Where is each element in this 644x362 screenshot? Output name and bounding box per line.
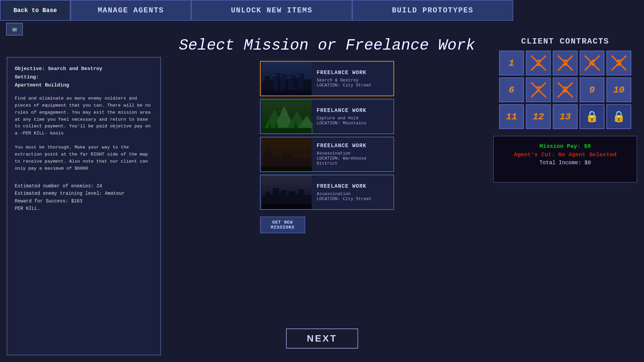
- mission-location-2: LOCATION: Mountains: [317, 121, 366, 126]
- mission-stats: Estimated number of enemies: 24 Estimate…: [15, 182, 153, 213]
- objective-title: Objective: Search and Destroy: [15, 65, 153, 73]
- contract-item-12[interactable]: 12: [526, 104, 551, 129]
- svg-rect-36: [262, 167, 312, 171]
- mission-pay: Mission Pay: $0: [500, 143, 630, 149]
- contract-item-5[interactable]: 5: [606, 51, 631, 75]
- svg-rect-12: [262, 90, 312, 96]
- payment-box: Mission Pay: $0 Agent's Cut: No Agent Se…: [493, 136, 637, 183]
- contract-x-8: [553, 78, 577, 102]
- contract-item-11[interactable]: 11: [499, 104, 524, 129]
- total-income: Total Income: $0: [500, 160, 630, 166]
- svg-rect-15: [281, 76, 282, 77]
- mission-card-4[interactable]: FREELANCE WORK Assassination LOCATION: C…: [260, 175, 394, 210]
- svg-rect-14: [275, 74, 276, 75]
- mission-subtype-4: Assassination: [317, 191, 372, 196]
- contract-item-6[interactable]: 6: [499, 77, 524, 102]
- svg-rect-35: [284, 150, 286, 154]
- lock-icon-14: 🔒: [585, 110, 599, 123]
- mission-card-1[interactable]: FREELANCE WORK Search & Destroy LOCATION…: [260, 61, 394, 96]
- mission-preview-4: [261, 175, 313, 209]
- contract-item-7[interactable]: 7: [526, 77, 551, 102]
- svg-rect-49: [262, 204, 312, 209]
- mission-type-4: FREELANCE WORK: [317, 183, 372, 189]
- mission-subtype-1: Search & Destroy: [317, 78, 372, 83]
- svg-rect-17: [299, 76, 300, 77]
- get-new-missions-label: GET NEWMISSIONS: [271, 220, 294, 230]
- reward: Reward for Success: $163: [15, 197, 153, 205]
- mission-location-1: LOCATION: City Street: [317, 83, 372, 88]
- contract-item-15[interactable]: 🔒: [606, 104, 631, 129]
- mission-preview-2: [261, 100, 313, 133]
- contract-item-2[interactable]: 2: [526, 51, 551, 75]
- next-button[interactable]: NEXT: [286, 328, 358, 349]
- svg-rect-33: [265, 147, 267, 153]
- mission-info-2: FREELANCE WORK Capture and Hold LOCATION…: [313, 100, 370, 133]
- mission-card-2[interactable]: FREELANCE WORK Capture and Hold LOCATION…: [260, 99, 394, 134]
- mission-subtype-3: Assassination: [317, 151, 389, 156]
- contract-x-4: [580, 51, 604, 75]
- contract-item-4[interactable]: 4: [580, 51, 604, 75]
- contract-x-7: [527, 78, 550, 102]
- contract-item-13[interactable]: 13: [553, 104, 578, 129]
- contract-item-10[interactable]: 10: [606, 77, 631, 102]
- manage-agents-button[interactable]: MANAGE AGENTS: [70, 0, 191, 21]
- svg-rect-13: [274, 74, 275, 75]
- contract-item-8[interactable]: 8: [553, 77, 578, 102]
- contract-item-1[interactable]: 1: [499, 51, 524, 75]
- mission-description-panel: Objective: Search and Destroy Setting: A…: [7, 57, 161, 355]
- training-level: Estimated enemy training level: Amateur: [15, 190, 153, 197]
- setting-value: Apartment Building: [15, 81, 153, 89]
- manage-agents-label: MANAGE AGENTS: [98, 6, 164, 15]
- client-contracts-title: CLIENT CONTRACTS: [493, 37, 637, 46]
- mission-info-1: FREELANCE WORK Search & Destroy LOCATION…: [313, 62, 376, 96]
- mission-subtype-2: Capture and Hold: [317, 116, 366, 121]
- next-button-area: NEXT: [286, 328, 358, 349]
- contract-item-9[interactable]: 9: [580, 77, 604, 102]
- unlock-new-items-label: UNLOCK NEW ITEMS: [231, 6, 312, 15]
- back-to-base-button[interactable]: Back to Base: [0, 0, 70, 21]
- center-panel: Select Mission or Freelance Work: [168, 34, 486, 355]
- mission-info-3: FREELANCE WORK Assassination LOCATION: W…: [313, 137, 393, 171]
- right-panel: CLIENT CONTRACTS 1 2 3 4 5: [493, 34, 637, 355]
- contract-x-5: [607, 51, 631, 75]
- mission-preview-3: [261, 137, 313, 171]
- contract-x-3: [553, 51, 577, 75]
- contract-x-2: [527, 51, 550, 75]
- build-prototypes-button[interactable]: BUILD PROTOTYPES: [352, 0, 513, 21]
- top-navigation: Back to Base MANAGE AGENTS UNLOCK NEW IT…: [0, 0, 644, 21]
- mission-type-1: FREELANCE WORK: [317, 70, 372, 76]
- agent-cut: Agent's Cut: No Agent Selected: [500, 152, 630, 158]
- mission-type-3: FREELANCE WORK: [317, 143, 389, 149]
- unlock-new-items-button[interactable]: UNLOCK NEW ITEMS: [191, 0, 352, 21]
- mission-preview-1: [261, 62, 313, 96]
- mission-location-4: LOCATION: City Street: [317, 196, 372, 201]
- mission-info-4: FREELANCE WORK Assassination LOCATION: C…: [313, 175, 376, 209]
- svg-rect-34: [269, 149, 270, 153]
- contract-grid: 1 2 3 4 5 6 7: [493, 51, 637, 129]
- per-kill: PER KILL.: [15, 205, 153, 212]
- setting-label: Setting:: [15, 73, 153, 81]
- get-new-missions-button[interactable]: GET NEWMISSIONS: [260, 217, 305, 233]
- page-title: Select Mission or Freelance Work: [179, 37, 475, 54]
- svg-rect-23: [262, 128, 312, 133]
- mission-location-3: LOCATION: Warehouse District: [317, 156, 389, 166]
- contract-item-14[interactable]: 🔒: [580, 104, 604, 129]
- build-prototypes-label: BUILD PROTOTYPES: [392, 6, 473, 15]
- lock-icon-15: 🔒: [612, 110, 626, 123]
- enemies-count: Estimated number of enemies: 24: [15, 182, 153, 190]
- mission-card-3[interactable]: FREELANCE WORK Assassination LOCATION: W…: [260, 137, 394, 172]
- main-content: Objective: Search and Destroy Setting: A…: [0, 27, 644, 362]
- mission-description: Find and eliminate as many enemy soldier…: [15, 95, 153, 172]
- back-to-base-label: Back to Base: [13, 7, 57, 14]
- mission-list: FREELANCE WORK Search & Destroy LOCATION…: [260, 61, 394, 210]
- svg-rect-16: [289, 77, 290, 78]
- contract-item-3[interactable]: 3: [553, 51, 578, 75]
- mission-type-2: FREELANCE WORK: [317, 108, 366, 114]
